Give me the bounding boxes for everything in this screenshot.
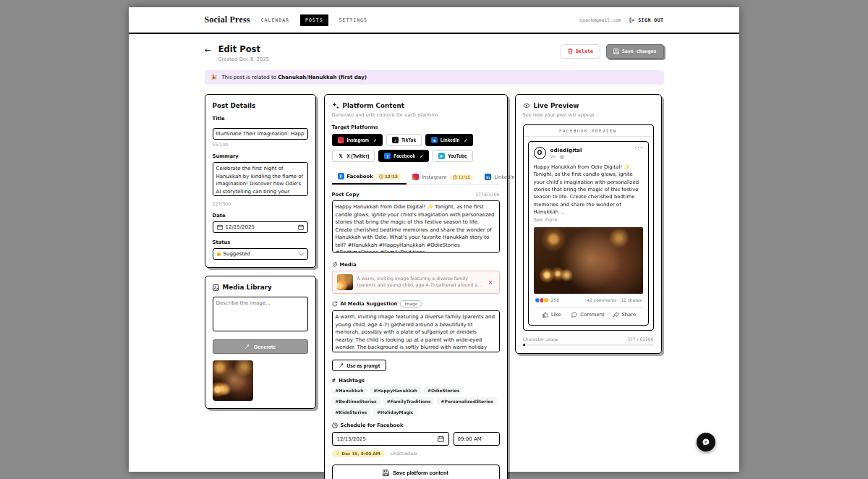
created-date: Created Dec 8, 2025 (218, 56, 269, 62)
nav-settings[interactable]: SETTINGS (339, 17, 367, 23)
back-arrow-icon[interactable]: ← (205, 46, 211, 55)
calendar-icon (438, 436, 444, 442)
calendar-picker-icon[interactable] (298, 224, 304, 230)
share-button[interactable]: Share (606, 308, 642, 320)
related-holiday-banner: 🎉 This post is related to Chanukah/Hanuk… (205, 70, 664, 85)
app-logo: Social Press (205, 14, 250, 25)
check-icon: ✓ (336, 452, 340, 456)
preview-stats-row: 256 42 comments · 12 shares (534, 294, 643, 308)
facebook-icon: f (384, 153, 391, 159)
clock-icon (379, 174, 383, 179)
attached-media-description: A warm, inviting image featuring a diver… (357, 276, 482, 289)
post-details-heading: Post Details (213, 102, 308, 109)
facebook-icon: f (338, 173, 344, 179)
ai-suggestion-input[interactable]: A warm, inviting image featuring a diver… (332, 310, 500, 352)
hashtag-pill[interactable]: #KidsStories (332, 408, 371, 416)
attached-media-row: A warm, inviting image featuring a diver… (332, 271, 500, 294)
save-icon (383, 470, 389, 476)
instagram-icon (338, 137, 344, 143)
reaction-count: 256 (551, 297, 559, 302)
chat-fab-button[interactable] (697, 433, 715, 452)
nav-calendar[interactable]: CALENDAR (261, 17, 289, 23)
avatar: O (534, 147, 546, 159)
sign-out-button[interactable]: SIGN OUT (629, 17, 663, 23)
status-label: Status (213, 240, 308, 245)
hashtag-pill[interactable]: #FamilyTraditions (383, 397, 435, 405)
image-description-input[interactable] (213, 297, 308, 331)
schedule-label: Schedule for Facebook (332, 423, 500, 428)
platform-x-button[interactable]: 𝕏X (Twitter) (332, 150, 375, 162)
facebook-post-card: O odiedigital 2h · ··· Happy Hanukkah fr… (528, 141, 649, 326)
schedule-date-input[interactable]: 12/15/2025 (332, 432, 449, 446)
comments-shares-count: 42 comments · 12 shares (587, 297, 642, 302)
hashtag-pill[interactable]: #Hanukkah (332, 386, 367, 394)
save-platform-content-button[interactable]: Save platform content (332, 465, 500, 479)
live-preview-subtitle: See how your post will appear (523, 112, 654, 118)
summary-char-count: 227/300 (213, 201, 308, 206)
x-twitter-icon: 𝕏 (338, 153, 344, 159)
summary-label: Summary (213, 153, 308, 159)
post-copy-input[interactable]: Happy Hanukkah from Odie Digital! ✨ Toni… (332, 200, 500, 253)
post-details-card: Post Details Title 55/100 Summary Celebr… (205, 94, 316, 268)
schedule-time-input[interactable]: 09:00 AM (454, 432, 500, 446)
tab-instagram[interactable]: Instagram 12/15 (407, 170, 479, 184)
ai-suggestion-type-badge: image (400, 300, 422, 308)
hashtags-label: # Hashtags (332, 378, 500, 383)
media-library-thumbnail[interactable] (213, 360, 253, 401)
post-menu-icon[interactable]: ··· (635, 147, 643, 150)
character-usage-label: Character usage (523, 336, 559, 342)
hashtag-pill[interactable]: #HolidayMagic (373, 408, 417, 416)
share-icon (613, 312, 619, 318)
use-as-prompt-button[interactable]: Use as prompt (332, 360, 387, 371)
remove-media-icon[interactable]: ✕ (487, 279, 495, 286)
hashtag-pill[interactable]: #BedtimeStories (332, 397, 380, 405)
comment-icon (571, 312, 577, 318)
target-platforms-label: Target Platforms (332, 124, 500, 130)
save-icon (613, 48, 619, 54)
preview-platform-header: FACEBOOK PREVIEW (524, 125, 653, 137)
hashtag-pill[interactable]: #HappyHanukkah (370, 386, 421, 394)
save-changes-button[interactable]: Save changes (606, 44, 664, 59)
platform-tabs: f Facebook 12/15 Instagram 12/15 (332, 169, 500, 185)
media-library-card: Media Library Generate (205, 276, 316, 409)
platform-linkedin-button[interactable]: inLinkedIn (425, 134, 473, 146)
generate-button[interactable]: Generate (213, 339, 308, 354)
linkedin-icon: in (431, 137, 438, 143)
user-email: coach@gmail.com (579, 17, 621, 22)
eye-icon (523, 103, 530, 109)
unschedule-link[interactable]: Unschedule (391, 451, 417, 457)
tiktok-icon: ♪ (392, 137, 399, 143)
platform-instagram-button[interactable]: Instagram (332, 134, 383, 146)
nav-posts[interactable]: POSTS (300, 14, 328, 26)
comment-button[interactable]: Comment (570, 308, 606, 320)
calendar-icon (217, 224, 223, 230)
haha-reaction-icon (543, 297, 549, 303)
platform-facebook-button[interactable]: fFacebook (378, 150, 429, 162)
refresh-icon (332, 301, 338, 307)
see-more-link[interactable]: See more (534, 217, 643, 223)
sparkles-icon (332, 102, 339, 109)
platform-tiktok-button[interactable]: ♪TikTok (386, 134, 422, 146)
wand-icon (339, 363, 344, 368)
summary-input[interactable]: Celebrate the first night of Hanukkah by… (213, 162, 308, 196)
delete-button[interactable]: Delete (561, 44, 600, 59)
tab-facebook[interactable]: f Facebook 12/15 (332, 169, 407, 185)
linkedin-icon: in (485, 174, 491, 180)
character-usage-bar (523, 344, 654, 346)
status-select[interactable]: Suggested (213, 248, 308, 260)
account-name: odiedigital (550, 147, 582, 153)
hashtag-pill[interactable]: #OdieStories (424, 386, 464, 394)
platform-content-subtitle: Generate and edit content for each platf… (332, 112, 500, 118)
date-input[interactable]: 12/15/2025 (213, 221, 308, 233)
post-copy-count: 377/63206 (475, 192, 500, 197)
instagram-icon (412, 174, 419, 180)
chevron-down-icon (299, 253, 304, 256)
like-button[interactable]: Like (534, 308, 570, 320)
hash-icon: # (332, 378, 336, 383)
post-copy-label: Post Copy (332, 192, 359, 198)
attached-media-thumbnail[interactable] (337, 274, 353, 290)
title-input[interactable] (213, 128, 308, 140)
platform-youtube-button[interactable]: ▶YouTube (433, 150, 472, 162)
trash-icon (568, 48, 573, 54)
hashtag-pill[interactable]: #PersonalizedStories (437, 397, 496, 405)
